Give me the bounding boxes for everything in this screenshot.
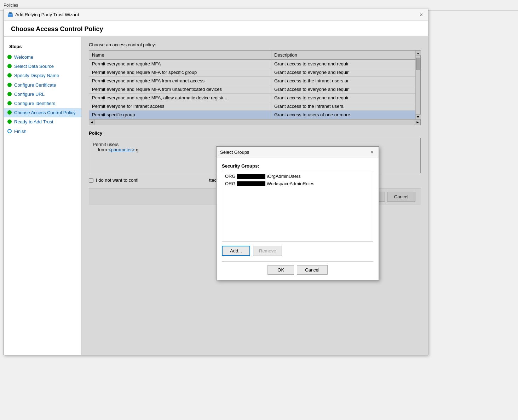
sg-titlebar: Select Groups ×	[217, 147, 379, 158]
step-label-configure-certificate: Configure Certificate	[14, 82, 56, 88]
sidebar-item-ready-to-add-trust[interactable]: Ready to Add Trust	[4, 117, 81, 127]
wizard-close-button[interactable]: ×	[418, 12, 424, 18]
wizard-icon	[7, 12, 13, 18]
list-item[interactable]: ORG WorkspaceAdminRoles	[224, 180, 372, 187]
list-item[interactable]: ORG \OrgAdminUsers	[224, 173, 372, 180]
wizard-header-title: Choose Access Control Policy	[11, 25, 421, 33]
sidebar-item-finish[interactable]: Finish	[4, 127, 81, 136]
sg-remove-button[interactable]: Remove	[253, 246, 282, 256]
wizard-header: Choose Access Control Policy	[4, 21, 428, 37]
step-dot-configure-certificate	[7, 83, 12, 87]
steps-label: Steps	[4, 42, 81, 53]
sg-section-label: Security Groups:	[222, 163, 373, 169]
sidebar-item-choose-access-control-policy[interactable]: Choose Access Control Policy	[4, 108, 81, 117]
steps-sidebar: Steps Welcome Select Data Source Specify…	[4, 37, 82, 355]
sg-close-button[interactable]: ×	[369, 150, 375, 155]
step-dot-ready-to-add-trust	[7, 119, 12, 124]
step-label-choose-access-control-policy: Choose Access Control Policy	[14, 110, 75, 116]
sg-footer: OK Cancel	[222, 261, 373, 275]
wizard-title-text: Add Relying Party Trust Wizard	[15, 12, 79, 17]
sg-add-button[interactable]: Add...	[222, 246, 250, 256]
step-label-configure-identifiers: Configure Identifiers	[14, 100, 55, 107]
step-label-welcome: Welcome	[14, 54, 33, 60]
sidebar-item-configure-url[interactable]: Configure URL	[4, 90, 81, 99]
wizard-dialog: Add Relying Party Trust Wizard × Choose …	[4, 9, 428, 355]
step-dot-configure-url	[7, 92, 12, 96]
step-label-configure-url: Configure URL	[14, 91, 45, 98]
sidebar-item-specify-display-name[interactable]: Specify Display Name	[4, 71, 81, 80]
group-prefix-2: ORG	[225, 181, 236, 186]
step-dot-choose-access-control-policy	[7, 110, 12, 115]
redacted-2	[237, 181, 265, 186]
group-suffix-2: WorkspaceAdminRoles	[267, 181, 315, 186]
step-dot-select-data-source	[7, 64, 12, 68]
redacted-1	[237, 174, 265, 179]
group-prefix-1: ORG	[225, 174, 236, 179]
step-label-ready-to-add-trust: Ready to Add Trust	[14, 119, 53, 125]
step-dot-configure-identifiers	[7, 101, 12, 105]
main-content: Choose an access control policy: Name De…	[82, 37, 428, 355]
step-label-specify-display-name: Specify Display Name	[14, 72, 59, 79]
sg-ok-button[interactable]: OK	[267, 265, 294, 275]
svg-rect-2	[9, 12, 12, 14]
sidebar-item-configure-certificate[interactable]: Configure Certificate	[4, 81, 81, 90]
step-label-finish: Finish	[14, 128, 27, 135]
wizard-titlebar-left: Add Relying Party Trust Wizard	[7, 12, 79, 18]
sidebar-item-select-data-source[interactable]: Select Data Source	[4, 62, 81, 71]
sg-title: Select Groups	[220, 150, 249, 155]
select-groups-dialog: Select Groups × Security Groups: ORG \Or…	[216, 146, 379, 280]
wizard-titlebar: Add Relying Party Trust Wizard ×	[4, 9, 428, 21]
sidebar-item-welcome[interactable]: Welcome	[4, 53, 81, 62]
outer-window: Policies Add Relying Party Trust Wizard …	[0, 0, 518, 420]
step-dot-welcome	[7, 55, 12, 59]
step-dot-finish	[7, 129, 12, 133]
sg-body: Security Groups: ORG \OrgAdminUsers ORG …	[217, 158, 379, 280]
sidebar-item-configure-identifiers[interactable]: Configure Identifiers	[4, 99, 81, 108]
sg-action-buttons: Add... Remove	[222, 246, 373, 256]
group-suffix-1: \OrgAdminUsers	[267, 174, 301, 179]
sg-groups-list[interactable]: ORG \OrgAdminUsers ORG WorkspaceAdminRol…	[222, 171, 373, 241]
policies-tab[interactable]: Policies	[4, 3, 18, 8]
step-label-select-data-source: Select Data Source	[14, 63, 54, 70]
step-dot-specify-display-name	[7, 73, 12, 77]
wizard-body: Steps Welcome Select Data Source Specify…	[4, 37, 428, 355]
sg-cancel-button[interactable]: Cancel	[297, 265, 327, 275]
